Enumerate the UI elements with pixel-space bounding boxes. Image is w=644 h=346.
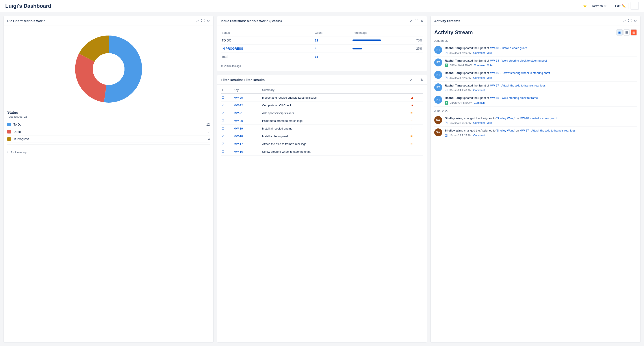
activity-action-comment[interactable]: Comment bbox=[473, 76, 485, 79]
filter-summary-cell: Complete an Oil Check bbox=[261, 101, 410, 109]
header-actions: ★ Refresh ↻ Edit ✏️ ··· bbox=[583, 2, 639, 10]
filter-type-cell: ☑ bbox=[221, 140, 233, 148]
activity-body: Shelley Wang changed the Assignee to 'Sh… bbox=[445, 116, 637, 125]
activity-text: Shelley Wang changed the Assignee to 'Sh… bbox=[445, 116, 637, 120]
activity-meta: S 31/Jan/24 4:40 AM Comment bbox=[445, 101, 637, 105]
filter-type-cell: ☑ bbox=[221, 148, 233, 155]
filter-refresh-icon[interactable]: ↻ bbox=[420, 78, 423, 82]
stats-shrink-icon[interactable]: ⤢ bbox=[410, 19, 412, 23]
issue-key-link[interactable]: MW-18 bbox=[234, 135, 243, 138]
priority-high-icon: ▲ bbox=[410, 103, 414, 107]
filter-panel: Filter Results: Filter Results ⤢ ⛶ ↻ T K… bbox=[217, 75, 427, 342]
star-button[interactable]: ★ bbox=[583, 3, 587, 9]
activity-issue-link[interactable]: MW-15 - Weld steering block to frame bbox=[490, 96, 538, 100]
filter-shrink-icon[interactable]: ⤢ bbox=[410, 78, 412, 82]
stats-total-count: 16 bbox=[314, 53, 352, 61]
filter-panel-icons: ⤢ ⛶ ↻ bbox=[410, 78, 423, 82]
activity-action-comment[interactable]: Comment bbox=[473, 89, 485, 92]
filter-col-summary: Summary bbox=[261, 87, 410, 94]
stats-bar-cell bbox=[352, 36, 391, 45]
activity-issue-link[interactable]: MW-18 - Install a chain guard bbox=[490, 46, 527, 50]
filter-summary-cell: Screw steering wheel to steering shaft bbox=[261, 148, 410, 155]
filter-key-cell[interactable]: MW-21 bbox=[233, 109, 261, 117]
issue-key-link[interactable]: MW-25 bbox=[234, 96, 243, 99]
filter-priority-cell: = bbox=[410, 140, 423, 148]
issue-key-link[interactable]: MW-20 bbox=[234, 119, 243, 122]
activity-list-view-btn[interactable]: ☰ bbox=[624, 29, 630, 36]
stats-row: IN PROGRESS 4 25% bbox=[221, 45, 423, 53]
activity-action-comment[interactable]: Comment bbox=[474, 64, 485, 67]
activity-action-comment[interactable]: Comment bbox=[473, 134, 485, 137]
activity-feed-btn[interactable]: ⊡ bbox=[630, 29, 637, 36]
pie-legend-item: In Progress 4 bbox=[7, 135, 210, 143]
avatar: RT bbox=[434, 96, 442, 104]
pie-legend-title: Status bbox=[7, 111, 210, 114]
issue-key-link[interactable]: MW-16 bbox=[234, 150, 243, 153]
filter-key-cell[interactable]: MW-22 bbox=[233, 101, 261, 109]
filter-key-cell[interactable]: MW-25 bbox=[233, 94, 261, 101]
task-type-icon: ☑ bbox=[445, 121, 448, 125]
activity-action-comment[interactable]: Comment bbox=[473, 121, 485, 124]
pie-refresh-icon[interactable]: ↻ bbox=[207, 19, 210, 23]
filter-key-cell[interactable]: MW-20 bbox=[233, 117, 261, 125]
pie-legend-count: 4 bbox=[208, 137, 210, 141]
refresh-button[interactable]: Refresh ↻ bbox=[589, 3, 610, 9]
activity-time: 31/Jan/24 4:40 AM bbox=[450, 89, 472, 92]
activity-action-vote[interactable]: Vote bbox=[487, 64, 492, 67]
activity-action-vote[interactable]: Vote bbox=[486, 76, 492, 79]
issue-key-link[interactable]: MW-17 bbox=[234, 142, 243, 146]
filter-type-cell: ☑ bbox=[221, 117, 233, 125]
task-icon: ☑ bbox=[222, 119, 224, 122]
task-type-icon: ☑ bbox=[445, 51, 448, 55]
issue-key-link[interactable]: MW-21 bbox=[234, 111, 243, 115]
avatar: RT bbox=[434, 59, 442, 66]
activity-issue-link[interactable]: MW-18 - Install a chain guard bbox=[520, 116, 557, 120]
filter-type-cell: ☑ bbox=[221, 101, 233, 109]
more-button[interactable]: ··· bbox=[630, 2, 639, 10]
issue-key-link[interactable]: MW-19 bbox=[234, 127, 243, 130]
filter-expand-icon[interactable]: ⛶ bbox=[415, 78, 418, 82]
stats-refresh-icon[interactable]: ↻ bbox=[420, 19, 423, 23]
activity-assignee-link[interactable]: 'Shelley Wang' bbox=[496, 116, 515, 120]
stats-col-pct: Percentage bbox=[352, 29, 391, 36]
stats-bar bbox=[352, 48, 362, 49]
activity-action-vote[interactable]: Vote bbox=[486, 121, 492, 124]
filter-key-cell[interactable]: MW-19 bbox=[233, 125, 261, 132]
activity-item: RT Rachel Tang updated the Sprint of MW-… bbox=[434, 57, 637, 69]
activity-assignee-link[interactable]: 'Shelley Wang' bbox=[496, 129, 515, 132]
stats-col-status: Status bbox=[221, 29, 314, 36]
refresh-icon: ↻ bbox=[604, 4, 607, 8]
filter-row: ☑ MW-16 Screw steering wheel to steering… bbox=[221, 148, 423, 155]
activity-time: 11/Jun/22 7:15 AM bbox=[450, 134, 472, 137]
filter-key-cell[interactable]: MW-18 bbox=[233, 132, 261, 140]
activity-action-comment[interactable]: Comment bbox=[473, 51, 485, 55]
filter-key-cell[interactable]: MW-16 bbox=[233, 148, 261, 155]
activity-shrink-icon[interactable]: ⤢ bbox=[623, 19, 626, 23]
avatar: RT bbox=[434, 71, 442, 79]
filter-row: ☑ MW-22 Complete an Oil Check ▲ bbox=[221, 101, 423, 109]
activity-expand-icon[interactable]: ⛶ bbox=[628, 19, 632, 23]
pie-shrink-icon[interactable]: ⤢ bbox=[196, 19, 199, 23]
story-icon: S bbox=[445, 64, 448, 67]
edit-button[interactable]: Edit ✏️ bbox=[612, 3, 629, 9]
pie-expand-icon[interactable]: ⛶ bbox=[201, 19, 205, 23]
filter-tbody: ☑ MW-25 Inspect and resolve chassis twis… bbox=[221, 94, 423, 155]
activity-issue-link[interactable]: MW-16 - Screw steering wheel to steering… bbox=[490, 71, 550, 75]
activity-grid-view-btn[interactable]: ⊞ bbox=[616, 29, 623, 36]
activity-refresh-icon[interactable]: ↻ bbox=[634, 19, 637, 23]
activity-issue-link[interactable]: MW-17 - Attach the axle to frame's rear … bbox=[520, 129, 576, 132]
issue-key-link[interactable]: MW-22 bbox=[234, 104, 243, 107]
stats-bar-cell bbox=[352, 45, 391, 53]
pie-legend-color bbox=[7, 123, 11, 126]
activity-time: 31/Jan/24 4:40 AM bbox=[450, 101, 472, 104]
activity-action-comment[interactable]: Comment bbox=[474, 101, 485, 104]
activity-panel-content: Activity Stream ⊞ ☰ ⊡ January 30RT Rache… bbox=[431, 26, 640, 342]
filter-key-cell[interactable]: MW-17 bbox=[233, 140, 261, 148]
activity-body: Rachel Tang updated the Sprint of MW-18 … bbox=[445, 46, 637, 55]
activity-issue-link[interactable]: MW-14 - Weld steering block to steering … bbox=[490, 59, 547, 62]
stats-expand-icon[interactable]: ⛶ bbox=[415, 19, 418, 23]
activity-issue-link[interactable]: MW-17 - Attach the axle to frame's rear … bbox=[490, 84, 546, 87]
activity-action-vote[interactable]: Vote bbox=[486, 51, 492, 55]
pie-legend-count: 12 bbox=[206, 123, 210, 126]
activity-panel-header: Activity Streams ⤢ ⛶ ↻ bbox=[431, 16, 640, 26]
